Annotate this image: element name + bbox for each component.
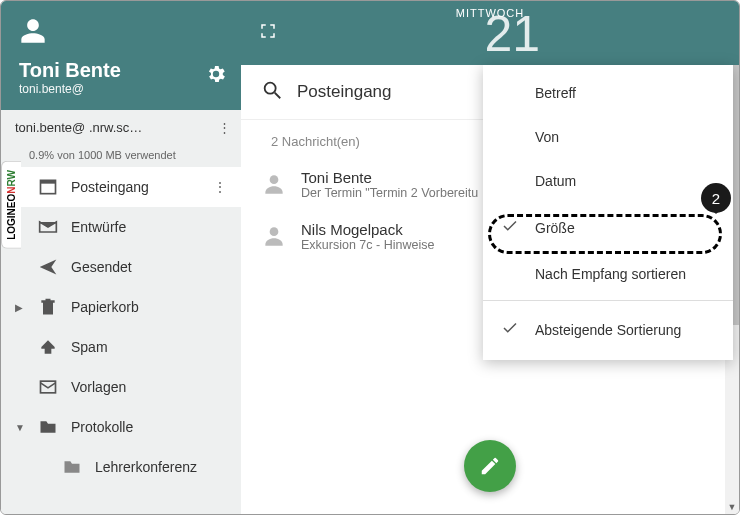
- tutorial-step-badge: 2: [701, 183, 731, 213]
- sort-menu: Betreff Von Datum Größe Nach Empfang sor…: [483, 65, 733, 360]
- chevron-right-icon[interactable]: ▶: [15, 302, 25, 313]
- person-icon: [261, 221, 287, 253]
- profile-header: Toni Bente toni.bente@: [1, 1, 241, 110]
- folder-drafts[interactable]: Entwürfe: [1, 207, 241, 247]
- folder-trash[interactable]: ▶ Papierkorb: [1, 287, 241, 327]
- person-icon: [261, 169, 287, 201]
- message-from: Nils Mogelpack: [301, 221, 434, 238]
- sort-size[interactable]: Größe: [483, 203, 733, 252]
- scroll-down-icon[interactable]: ▼: [725, 500, 739, 514]
- inbox-icon: [37, 177, 59, 197]
- profile-name: Toni Bente: [19, 59, 223, 82]
- spam-icon: [37, 337, 59, 357]
- chevron-down-icon[interactable]: ▼: [15, 422, 25, 433]
- sort-subject[interactable]: Betreff: [483, 71, 733, 115]
- svg-rect-1: [41, 180, 56, 183]
- day-number: 21: [484, 5, 540, 63]
- svg-point-4: [270, 175, 279, 184]
- profile-email: toni.bente@: [19, 82, 223, 96]
- sort-from[interactable]: Von: [483, 115, 733, 159]
- folder-list: Posteingang ⋮ Entwürfe Gesendet ▶ Papier…: [1, 167, 241, 514]
- folder-inbox[interactable]: Posteingang ⋮: [1, 167, 241, 207]
- folder-lehrerkonferenz[interactable]: Lehrerkonferenz: [1, 447, 241, 487]
- drafts-icon: [37, 217, 59, 237]
- fullscreen-button[interactable]: [259, 22, 277, 44]
- folder-icon: [61, 457, 83, 477]
- avatar-icon: [19, 17, 223, 49]
- sort-date[interactable]: Datum: [483, 159, 733, 203]
- folder-templates[interactable]: Vorlagen: [1, 367, 241, 407]
- folder-spam[interactable]: Spam: [1, 327, 241, 367]
- check-icon: [501, 319, 519, 340]
- folder-icon: [37, 417, 59, 437]
- topbar: MITTWOCH 21: [241, 1, 739, 65]
- message-subject: Der Termin "Termin 2 Vorbereitu: [301, 186, 478, 200]
- message-from: Toni Bente: [301, 169, 478, 186]
- compose-button[interactable]: [464, 440, 516, 492]
- sidebar: Toni Bente toni.bente@ toni.bente@ .nrw.…: [1, 1, 241, 514]
- svg-point-3: [265, 83, 276, 94]
- mail-icon: [37, 377, 59, 397]
- trash-icon: [37, 297, 59, 317]
- account-selector[interactable]: toni.bente@ .nrw.sc… ⋮: [1, 110, 241, 145]
- message-subject: Exkursion 7c - Hinweise: [301, 238, 434, 252]
- account-label: toni.bente@ .nrw.sc…: [15, 120, 218, 135]
- folder-protocols[interactable]: ▼ Protokolle: [1, 407, 241, 447]
- sent-icon: [37, 257, 59, 277]
- check-icon: [501, 217, 519, 238]
- svg-point-5: [270, 227, 279, 236]
- more-vert-icon[interactable]: ⋮: [218, 120, 231, 135]
- folder-sent[interactable]: Gesendet: [1, 247, 241, 287]
- menu-divider: [483, 300, 733, 301]
- settings-button[interactable]: [205, 63, 227, 89]
- brand-tab[interactable]: LOGINEONRW: [1, 161, 21, 249]
- main-panel: MITTWOCH 21 Posteingang 2 Nachricht(en) …: [241, 1, 739, 514]
- storage-text: 0.9% von 1000 MB verwendet: [1, 145, 241, 167]
- sort-received[interactable]: Nach Empfang sortieren: [483, 252, 733, 296]
- more-vert-icon[interactable]: ⋮: [209, 179, 231, 195]
- sort-descending[interactable]: Absteigende Sortierung: [483, 305, 733, 354]
- search-icon[interactable]: [261, 79, 283, 105]
